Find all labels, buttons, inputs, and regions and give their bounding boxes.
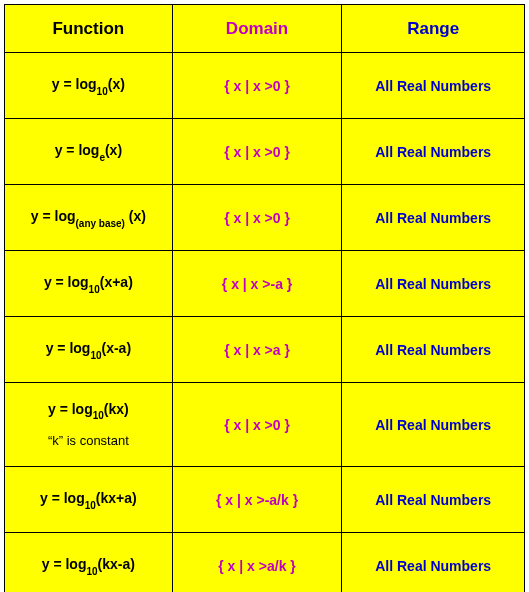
func-subscript: 10 (85, 500, 96, 511)
cell-domain: { x | x >a } (172, 317, 342, 383)
header-row: Function Domain Range (5, 5, 525, 53)
cell-range: All Real Numbers (342, 467, 525, 533)
cell-range: All Real Numbers (342, 533, 525, 593)
table-row: y = log(any base) (x){ x | x >0 }All Rea… (5, 185, 525, 251)
header-range: Range (342, 5, 525, 53)
func-subscript: 10 (97, 86, 108, 97)
header-function: Function (5, 5, 173, 53)
table-body: y = log10(x){ x | x >0 }All Real Numbers… (5, 53, 525, 593)
cell-function: y = log10(kx-a) (5, 533, 173, 593)
cell-range: All Real Numbers (342, 53, 525, 119)
func-pre: y = log (55, 142, 100, 158)
func-post: (x) (108, 76, 125, 92)
cell-function: y = log10(x) (5, 53, 173, 119)
table-row: y = log10(x-a){ x | x >a }All Real Numbe… (5, 317, 525, 383)
table-row: y = log10(kx-a){ x | x >a/k }All Real Nu… (5, 533, 525, 593)
cell-function: y = log10(kx+a) (5, 467, 173, 533)
cell-function: y = loge(x) (5, 119, 173, 185)
cell-function: y = log10(x+a) (5, 251, 173, 317)
cell-function: y = log10(x-a) (5, 317, 173, 383)
table-row: y = log10(kx)“k” is constant{ x | x >0 }… (5, 383, 525, 467)
cell-domain: { x | x >0 } (172, 185, 342, 251)
func-post: (x+a) (100, 274, 133, 290)
func-note: “k” is constant (9, 433, 168, 448)
cell-range: All Real Numbers (342, 317, 525, 383)
func-subscript: 10 (86, 566, 97, 577)
func-pre: y = log (31, 208, 76, 224)
func-post: (kx) (104, 401, 129, 417)
func-subscript: (any base) (75, 218, 124, 229)
cell-range: All Real Numbers (342, 383, 525, 467)
cell-range: All Real Numbers (342, 185, 525, 251)
cell-domain: { x | x >a/k } (172, 533, 342, 593)
func-subscript: e (99, 152, 105, 163)
func-subscript: 10 (93, 410, 104, 421)
func-pre: y = log (48, 401, 93, 417)
cell-domain: { x | x >0 } (172, 53, 342, 119)
cell-function: y = log(any base) (x) (5, 185, 173, 251)
func-pre: y = log (52, 76, 97, 92)
table-row: y = log10(x+a){ x | x >-a }All Real Numb… (5, 251, 525, 317)
table-row: y = log10(kx+a){ x | x >-a/k }All Real N… (5, 467, 525, 533)
func-pre: y = log (42, 556, 87, 572)
cell-range: All Real Numbers (342, 251, 525, 317)
cell-function: y = log10(kx)“k” is constant (5, 383, 173, 467)
table-row: y = log10(x){ x | x >0 }All Real Numbers (5, 53, 525, 119)
func-pre: y = log (46, 340, 91, 356)
func-post: (x) (105, 142, 122, 158)
cell-range: All Real Numbers (342, 119, 525, 185)
func-pre: y = log (40, 490, 85, 506)
cell-domain: { x | x >-a/k } (172, 467, 342, 533)
cell-domain: { x | x >0 } (172, 383, 342, 467)
func-subscript: 10 (89, 284, 100, 295)
cell-domain: { x | x >-a } (172, 251, 342, 317)
func-post: (kx-a) (98, 556, 135, 572)
func-post: (kx+a) (96, 490, 137, 506)
func-subscript: 10 (90, 350, 101, 361)
func-post: (x) (125, 208, 146, 224)
table-row: y = loge(x){ x | x >0 }All Real Numbers (5, 119, 525, 185)
cell-domain: { x | x >0 } (172, 119, 342, 185)
func-pre: y = log (44, 274, 89, 290)
log-domain-range-table: Function Domain Range y = log10(x){ x | … (4, 4, 525, 592)
header-domain: Domain (172, 5, 342, 53)
func-post: (x-a) (102, 340, 132, 356)
